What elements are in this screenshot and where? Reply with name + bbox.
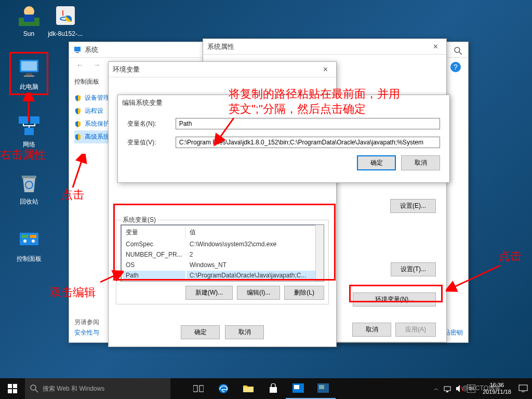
close-icon[interactable]: ×: [319, 65, 332, 74]
computer-icon: [17, 56, 42, 81]
sys-props-title: 系统属性: [207, 42, 234, 51]
shield-icon: [74, 121, 82, 128]
svg-rect-35: [200, 385, 204, 392]
table-row-path[interactable]: PathC:\ProgramData\Oracle\Java\javapath;…: [123, 271, 322, 280]
table-row[interactable]: PATHEXT.COM;.EXE;.BAT;.CMD;.VBS;.VBE;.JS…: [123, 281, 322, 282]
start-button[interactable]: [0, 378, 25, 399]
svg-rect-2: [24, 15, 34, 22]
svg-point-18: [32, 240, 35, 243]
edit-var-titlebar[interactable]: 编辑系统变量: [118, 95, 449, 111]
delete-var-button[interactable]: 删除(L): [284, 286, 324, 300]
desktop-icon-label: 控制面板: [17, 255, 42, 262]
settings-e-button[interactable]: 设置(E)...: [390, 199, 436, 213]
task-view-button[interactable]: [186, 378, 211, 399]
desktop-icon-this-pc[interactable]: 此电脑: [9, 52, 48, 95]
svg-point-32: [31, 385, 36, 390]
svg-rect-19: [74, 47, 81, 51]
env-cancel-button[interactable]: 取消: [225, 325, 264, 339]
edit-cancel-button[interactable]: 取消: [401, 155, 440, 170]
svg-rect-31: [13, 389, 17, 393]
svg-rect-15: [22, 235, 28, 238]
edit-var-dialog: 编辑系统变量 变量名(N): 变量值(V): 确定 取消: [117, 95, 450, 183]
svg-line-33: [35, 390, 38, 392]
table-row[interactable]: NUMBER_OF_PR...2: [123, 250, 322, 259]
sys-props-apply-button: 应用(A): [395, 323, 436, 337]
svg-rect-30: [8, 389, 12, 393]
taskbar-apps: [186, 378, 336, 399]
taskbar: 搜索 Web 和 Windows ︿ 中 16:36 2019/11/18: [0, 378, 532, 399]
store-button[interactable]: [261, 378, 286, 399]
back-arrow-icon[interactable]: ←: [73, 60, 87, 70]
env-ok-button[interactable]: 确定: [181, 325, 220, 339]
see-also-label: 另请参阅: [74, 318, 99, 327]
desktop-icon-label: Sun: [23, 30, 34, 37]
search-icon[interactable]: [454, 46, 463, 56]
svg-rect-14: [20, 233, 38, 245]
svg-rect-6: [21, 61, 37, 71]
edge-button[interactable]: [211, 378, 236, 399]
explorer-button[interactable]: [236, 378, 261, 399]
new-var-button[interactable]: 新建(W)...: [185, 286, 233, 300]
settings-t-button[interactable]: 设置(T)...: [391, 262, 436, 276]
desktop-icon-user[interactable]: Sun: [9, 3, 48, 37]
shield-icon: [74, 108, 82, 115]
table-header: 变量值: [123, 227, 322, 238]
table-row[interactable]: OSWindows_NT: [123, 260, 322, 270]
annotation-click2: 点击: [499, 248, 522, 264]
sys-props-cancel-button[interactable]: 取消: [352, 323, 391, 337]
svg-rect-39: [294, 385, 299, 389]
svg-rect-34: [193, 385, 197, 392]
edit-var-title: 编辑系统变量: [122, 98, 163, 108]
forward-arrow-icon[interactable]: →: [90, 60, 103, 70]
windows-icon: [8, 384, 17, 393]
taskbar-search[interactable]: 搜索 Web 和 Windows: [25, 378, 170, 399]
desktop-icon-network[interactable]: 网络: [9, 113, 48, 149]
desktop-icon-jdk[interactable]: jdk-8u152-...: [46, 3, 85, 37]
svg-point-21: [455, 47, 460, 52]
svg-line-22: [459, 52, 462, 55]
user-icon: [17, 3, 42, 28]
svg-rect-28: [8, 384, 12, 388]
network-tray-icon[interactable]: [443, 384, 451, 393]
product-key-link[interactable]: 品密钥: [444, 328, 463, 337]
svg-rect-11: [24, 128, 34, 135]
sys-props-titlebar[interactable]: 系统属性 ×: [203, 39, 446, 55]
shield-icon: [74, 134, 82, 141]
java-icon: [53, 3, 78, 28]
tray-chevron-icon[interactable]: ︿: [434, 385, 439, 392]
close-icon[interactable]: ×: [429, 42, 442, 51]
system-vars-group: 系统变量(S) 变量值 ComSpecC:\Windows\system32\c…: [116, 220, 329, 304]
edit-var-button[interactable]: 编辑(I)...: [237, 286, 280, 300]
edit-ok-button[interactable]: 确定: [357, 155, 396, 170]
svg-rect-29: [13, 384, 17, 388]
system-icon: [73, 46, 82, 54]
app-button-2[interactable]: [311, 378, 336, 399]
system-window-title: 系统: [85, 45, 98, 55]
desktop-icon-label: 网络: [23, 141, 35, 148]
desktop-icon-control-panel[interactable]: 控制面板: [9, 228, 48, 263]
watermark: @51CTO博客: [462, 384, 501, 393]
app-button[interactable]: [286, 378, 311, 399]
help-icon[interactable]: ?: [450, 62, 461, 72]
system-vars-table[interactable]: 变量值 ComSpecC:\Windows\system32\cmd.exe N…: [121, 224, 324, 282]
control-panel-icon: [17, 228, 42, 252]
desktop-icon-recycle[interactable]: 回收站: [9, 170, 48, 206]
svg-rect-8: [24, 75, 34, 77]
scrollbar[interactable]: [315, 225, 324, 281]
env-vars-button[interactable]: 环境变量(N)...: [353, 292, 436, 307]
svg-rect-43: [446, 391, 448, 392]
notifications-icon[interactable]: [518, 384, 528, 393]
var-value-input[interactable]: [176, 137, 440, 148]
svg-rect-7: [26, 73, 32, 75]
search-placeholder: 搜索 Web 和 Windows: [43, 384, 104, 393]
svg-rect-12: [22, 176, 36, 178]
var-name-input[interactable]: [176, 118, 440, 129]
table-row[interactable]: ComSpecC:\Windows\system32\cmd.exe: [123, 240, 322, 249]
annotation-right-click: 右击属性: [0, 147, 46, 163]
security-link[interactable]: 安全性与: [74, 328, 99, 337]
network-icon: [17, 113, 42, 138]
svg-rect-20: [76, 52, 79, 53]
desktop-icon-label: 此电脑: [20, 83, 38, 90]
env-vars-titlebar[interactable]: 环境变量 ×: [109, 62, 336, 77]
svg-rect-16: [30, 235, 36, 238]
